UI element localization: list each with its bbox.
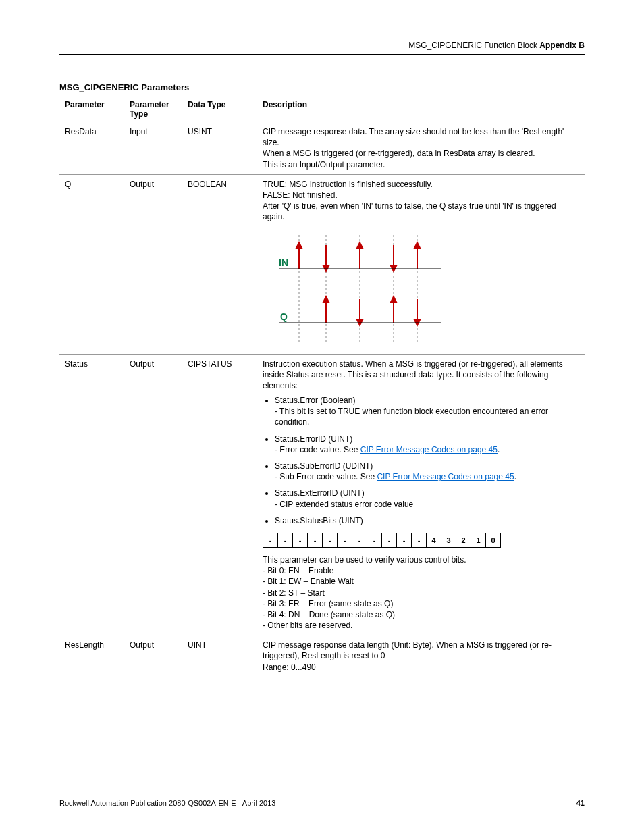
desc-line: FALSE: Not finished. [263,190,579,201]
running-header: MSG_CIPGENERIC Function Block Appendix B [59,41,585,54]
cell-param: Status [59,354,124,635]
diagram-label-in: IN [279,257,288,268]
cell-dtype: UINT [182,635,257,677]
text: . [514,472,516,481]
desc-line: - Bit 3: ER – Error (same state as Q) [263,598,579,609]
col-parameter: Parameter [59,97,124,122]
desc-line: CIP message response data length (Unit: … [263,640,579,661]
table-row: ResLength Output UINT CIP message respon… [59,635,585,677]
table-header-row: Parameter Parameter Type Data Type Descr… [59,97,585,122]
text: . [498,445,500,454]
desc-line: TRUE: MSG instruction is finished succes… [263,179,579,190]
cell-param: ResData [59,122,124,175]
cell-dtype: USINT [182,122,257,175]
bit-cell: - [352,533,367,548]
timing-svg: IN Q [272,235,448,343]
error-codes-link[interactable]: CIP Error Message Codes on page 45 [377,472,514,481]
cell-desc: TRUE: MSG instruction is finished succes… [257,174,585,354]
desc-line: Range: 0...490 [263,662,579,673]
list-item: Status.Error (Boolean) - This bit is set… [275,395,579,428]
bit-cell: 1 [471,533,486,548]
bit-cell: - [263,533,278,548]
item-title: Status.SubErrorID (UDINT) [275,461,373,471]
desc-intro: Instruction execution status. When a MSG… [263,359,579,392]
timing-diagram: IN Q [272,235,579,343]
status-list: Status.Error (Boolean) - This bit is set… [263,395,579,526]
section-title: MSG_CIPGENERIC Parameters [59,82,585,93]
col-data-type: Data Type [182,97,257,122]
bit-cell: - [307,533,323,548]
footer-page-number: 41 [576,799,585,807]
desc-line: - Bit 1: EW – Enable Wait [263,576,579,587]
bit-cell: - [396,533,412,548]
bit-cell: 4 [426,533,441,548]
col-parameter-type: Parameter Type [124,97,182,122]
cell-ptype: Output [124,635,182,677]
cell-param: Q [59,174,124,354]
cell-ptype: Output [124,174,182,354]
item-sub: - This bit is set to TRUE when function … [275,407,548,427]
diagram-label-q: Q [280,311,288,322]
desc-line: When a MSG is triggered (or re-triggered… [263,148,579,159]
item-sub: - Error code value. See CIP Error Messag… [275,445,500,454]
bit-cell: - [292,533,308,548]
cell-dtype: BOOLEAN [182,174,257,354]
bit-cell: - [367,533,382,548]
cell-ptype: Input [124,122,182,175]
header-right: Appendix B [539,41,585,50]
bit-cell: - [337,533,352,548]
cell-desc: Instruction execution status. When a MSG… [257,354,585,635]
item-title: Status.ErrorID (UINT) [275,434,352,444]
text: - Sub Error code value. See [275,472,377,481]
desc-line: - Bit 4: DN – Done (same state as Q) [263,609,579,620]
bit-cell: - [277,533,293,548]
text: - Error code value. See [275,445,360,454]
item-title: Status.StatusBits (UINT) [275,516,363,525]
cell-desc: CIP message response data length (Unit: … [257,635,585,677]
bit-cell: - [381,533,397,548]
table-row: Status Output CIPSTATUS Instruction exec… [59,354,585,635]
desc-line: This parameter can be used to verify var… [263,554,579,565]
cell-dtype: CIPSTATUS [182,354,257,635]
list-item: Status.SubErrorID (UDINT) - Sub Error co… [275,461,579,482]
cell-desc: CIP message response data. The array siz… [257,122,585,175]
item-title: Status.Error (Boolean) [275,396,355,405]
desc-line: CIP message response data. The array siz… [263,126,579,148]
bit-cell: 0 [485,533,501,548]
cell-ptype: Output [124,354,182,635]
header-left: MSG_CIPGENERIC Function Block [408,41,537,50]
list-item: Status.ErrorID (UINT) - Error code value… [275,434,579,455]
item-sub: - Sub Error code value. See CIP Error Me… [275,472,516,481]
desc-line: - Other bits are reserved. [263,620,579,631]
col-description: Description [257,97,585,122]
bit-cell: 3 [441,533,456,548]
cell-param: ResLength [59,635,124,677]
header-rule: MSG_CIPGENERIC Function Block Appendix B [59,41,585,55]
page: MSG_CIPGENERIC Function Block Appendix B… [0,0,644,834]
desc-line: This is an Input/Output parameter. [263,159,579,170]
list-item: Status.ExtErrorID (UINT) - CIP extended … [275,488,579,509]
params-table: Parameter Parameter Type Data Type Descr… [59,97,585,677]
item-sub: - CIP extended status error code value [275,500,413,509]
bit-cell: - [411,533,427,548]
table-row: ResData Input USINT CIP message response… [59,122,585,175]
bit-cell: - [322,533,338,548]
list-item: Status.StatusBits (UINT) [275,515,579,526]
footer-publication: Rockwell Automation Publication 2080-QS0… [59,799,275,807]
error-codes-link[interactable]: CIP Error Message Codes on page 45 [360,445,498,454]
item-title: Status.ExtErrorID (UINT) [275,488,365,498]
table-row: Q Output BOOLEAN TRUE: MSG instruction i… [59,174,585,354]
page-footer: Rockwell Automation Publication 2080-QS0… [59,799,585,807]
desc-line: - Bit 2: ST – Start [263,588,579,598]
bit-cell: 2 [456,533,471,548]
bit-diagram: - - - - - - - - - - - 4 3 2 1 [263,533,579,548]
desc-line: After 'Q' is true, even when 'IN' turns … [263,201,579,222]
desc-line: - Bit 0: EN – Enable [263,565,579,576]
